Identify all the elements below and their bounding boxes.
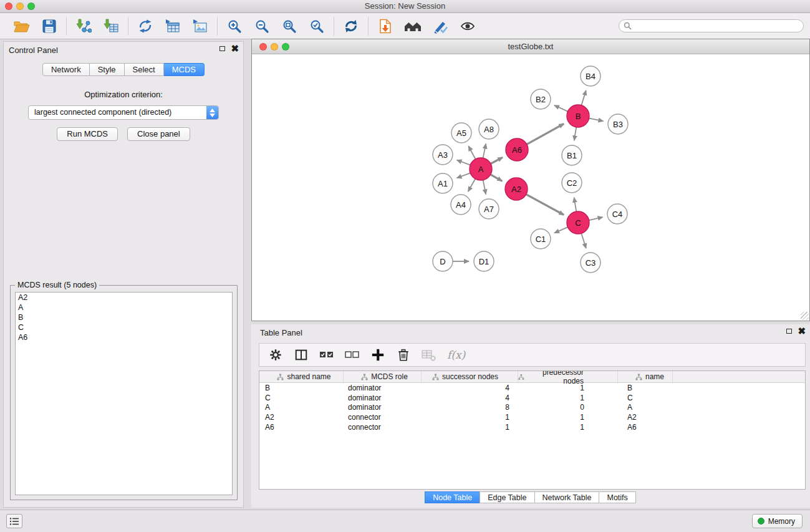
cell[interactable]: dominator	[344, 403, 422, 412]
close-window-button[interactable]	[5, 2, 12, 10]
mcds-result-item-c[interactable]: C	[16, 322, 232, 332]
zoom-fit-icon[interactable]	[278, 16, 301, 36]
minimize-window-button[interactable]	[16, 2, 24, 10]
cell[interactable]: 1	[422, 423, 518, 432]
cell[interactable]: dominator	[344, 384, 422, 392]
save-icon[interactable]	[38, 16, 60, 36]
task-history-icon[interactable]	[6, 514, 22, 528]
tab-network-table[interactable]: Network Table	[534, 491, 600, 503]
mcds-result-item-a2[interactable]: A2	[16, 293, 232, 302]
graph-node-A6[interactable]: A6	[506, 138, 528, 161]
graph-node-C4[interactable]: C4	[607, 204, 627, 224]
zoom-in-icon[interactable]	[223, 16, 246, 36]
column-header-MCDS-role[interactable]: MCDS role	[344, 371, 422, 382]
graph-node-A7[interactable]: A7	[479, 199, 499, 219]
cell[interactable]: dominator	[344, 394, 422, 402]
home-icon[interactable]	[402, 16, 424, 36]
graph-node-C1[interactable]: C1	[531, 229, 551, 249]
tab-mcds[interactable]: MCDS	[164, 63, 205, 76]
edge-C-C2[interactable]	[574, 198, 577, 212]
open-session-icon[interactable]	[374, 16, 397, 36]
network-graph[interactable]: B4B2BB3A5A8A6A3B1AC2A1A2A4A7C4CC1DD1C3	[252, 55, 809, 321]
cell[interactable]: 4	[422, 394, 518, 402]
column-header-shared-name[interactable]: shared name	[259, 371, 344, 382]
zoom-out-icon[interactable]	[251, 16, 273, 36]
graph-node-B2[interactable]: B2	[531, 89, 551, 109]
graph-node-A1[interactable]: A1	[433, 173, 453, 193]
graph-node-C3[interactable]: C3	[581, 253, 600, 273]
network-minimize-button[interactable]	[271, 43, 278, 51]
export-network-image-icon[interactable]	[189, 16, 211, 36]
graph-node-A4[interactable]: A4	[451, 195, 471, 215]
cell[interactable]: A6	[259, 423, 344, 432]
edge-A-A7[interactable]	[483, 180, 486, 195]
tab-motifs[interactable]: Motifs	[599, 491, 635, 503]
float-table-panel-icon[interactable]	[786, 329, 792, 334]
table-row-c[interactable]: Cdominator41C	[259, 393, 805, 403]
select-all-icon[interactable]	[319, 347, 334, 362]
graph-node-B4[interactable]: B4	[581, 66, 600, 86]
tab-select[interactable]: Select	[125, 63, 164, 76]
table-row-b[interactable]: Bdominator41B	[259, 383, 805, 393]
float-panel-icon[interactable]	[219, 46, 225, 51]
new-table-icon[interactable]	[162, 16, 184, 36]
import-network-from-file-icon[interactable]	[72, 16, 95, 36]
cell[interactable]: C	[618, 394, 673, 402]
cell[interactable]: A2	[618, 413, 673, 422]
tab-node-table[interactable]: Node Table	[425, 491, 480, 503]
cell[interactable]: B	[618, 384, 673, 392]
edge-C-C4[interactable]	[589, 217, 603, 220]
new-network-icon[interactable]	[134, 16, 157, 36]
edge-C-C1[interactable]	[554, 227, 568, 233]
edge-A6-B[interactable]	[527, 124, 564, 145]
close-table-panel-icon[interactable]: ✖	[798, 328, 806, 334]
edge-C-C3[interactable]	[581, 233, 586, 248]
show-hide-icon[interactable]	[456, 16, 479, 36]
deselect-all-icon[interactable]	[345, 347, 360, 362]
column-header-predecessor-nodes[interactable]: predecessor nodes	[518, 371, 618, 382]
zoom-window-button[interactable]	[27, 2, 35, 10]
cell[interactable]: A6	[618, 423, 673, 432]
tab-network[interactable]: Network	[42, 63, 90, 76]
network-close-button[interactable]	[259, 43, 267, 51]
network-window-titlebar[interactable]: testGlobe.txt	[252, 39, 809, 54]
cell[interactable]: A	[259, 403, 344, 412]
cell[interactable]: A	[618, 403, 673, 412]
dropdown-stepper-icon[interactable]	[206, 106, 218, 119]
add-column-icon[interactable]	[370, 347, 385, 362]
cell[interactable]: 1	[518, 394, 618, 402]
cell[interactable]: 1	[518, 423, 618, 432]
tab-edge-table[interactable]: Edge Table	[480, 491, 534, 503]
edge-B-B3[interactable]	[589, 118, 604, 122]
search-input[interactable]	[632, 21, 803, 31]
edge-A-A6[interactable]	[491, 157, 503, 163]
table-row-a6[interactable]: A6connector11A6	[259, 422, 805, 432]
cell[interactable]: C	[259, 394, 344, 402]
edge-B-B4[interactable]	[581, 90, 586, 105]
graph-node-D[interactable]: D	[433, 251, 453, 271]
cell[interactable]: 1	[518, 413, 618, 422]
resize-grip[interactable]	[801, 312, 809, 320]
mcds-result-item-b[interactable]: B	[16, 312, 232, 322]
table-row-a2[interactable]: A2connector11A2	[259, 412, 805, 422]
graph-node-A5[interactable]: A5	[451, 123, 471, 143]
cell[interactable]: 0	[518, 403, 618, 412]
cell[interactable]: B	[259, 384, 344, 392]
delete-column-trash-icon[interactable]	[396, 347, 411, 362]
cell[interactable]: 1	[518, 384, 618, 392]
cell[interactable]: 1	[422, 413, 518, 422]
graph-node-B3[interactable]: B3	[608, 114, 628, 134]
mcds-result-item-a6[interactable]: A6	[16, 332, 232, 342]
graph-node-D1[interactable]: D1	[474, 251, 494, 271]
cell[interactable]: connector	[344, 423, 422, 432]
table-row-a[interactable]: Adominator80A	[259, 402, 805, 412]
graph-node-A8[interactable]: A8	[479, 119, 499, 139]
criterion-dropdown[interactable]: largest connected component (directed)	[28, 105, 219, 120]
edge-B-B2[interactable]	[554, 105, 568, 112]
column-header-successor-nodes[interactable]: successor nodes	[422, 371, 518, 382]
column-header-name[interactable]: name	[618, 371, 673, 382]
network-canvas[interactable]: B4B2BB3A5A8A6A3B1AC2A1A2A4A7C4CC1DD1C3	[252, 55, 809, 321]
graph-node-A2[interactable]: A2	[505, 178, 528, 200]
show-columns-icon[interactable]	[294, 347, 309, 362]
graph-node-C[interactable]: C	[567, 211, 589, 234]
